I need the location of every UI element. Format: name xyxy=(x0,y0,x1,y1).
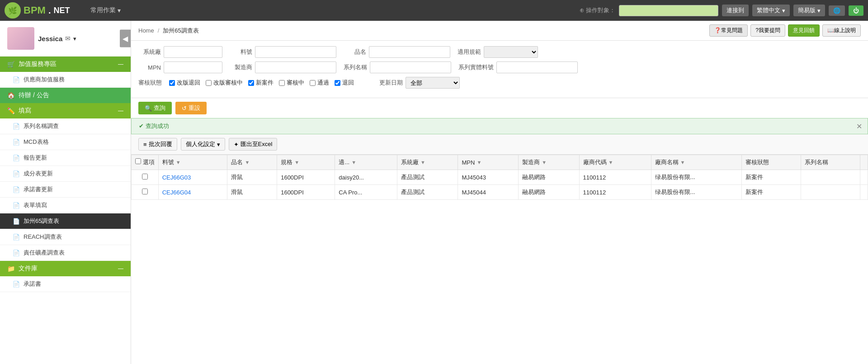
chevron-down-icon: ▾ xyxy=(817,7,821,14)
select-applicable-spec[interactable] xyxy=(484,46,538,58)
sidebar-item-series-survey[interactable]: 📄 系列名稱調查 xyxy=(0,118,131,134)
language-btn[interactable]: 繁體中文 ▾ xyxy=(752,5,790,16)
operator-input[interactable] xyxy=(619,5,718,16)
filter-icon-vendor-code[interactable]: ▼ xyxy=(609,160,613,165)
fold-icon-fill: — xyxy=(118,108,123,114)
row-2-review-status: 新案件 xyxy=(742,185,801,200)
reset-btn[interactable]: ↺ 重設 xyxy=(175,102,207,114)
label-series-name: 系列名稱 xyxy=(344,63,367,71)
ask-question-btn[interactable]: ?我要提問 xyxy=(750,24,785,37)
sidebar-item-reach[interactable]: 📄 REACH調查表 xyxy=(0,229,131,245)
cb-returned[interactable]: 退回 xyxy=(335,79,354,87)
sidebar-item-report-update[interactable]: 📄 報告更新 xyxy=(0,150,131,166)
filter-icon-part-number[interactable]: ▼ xyxy=(176,160,181,165)
filter-icon-mpn[interactable]: ▼ xyxy=(476,160,481,165)
input-manufacturer[interactable] xyxy=(255,61,336,73)
label-review-status: 審核狀態 xyxy=(138,79,162,87)
doc-icon: 📄 xyxy=(13,250,20,256)
online-help-btn[interactable]: 📖線上說明 xyxy=(822,24,861,37)
globe-btn[interactable]: 🌐 xyxy=(829,5,845,16)
label-update-date: 更新日期 xyxy=(379,79,403,87)
sidebar-section-premium[interactable]: 🛒 加值服務專區 — xyxy=(0,57,131,72)
cb-new-case[interactable]: 新案件 xyxy=(248,79,274,87)
row-2-vendor-name: 绿易股份有限... xyxy=(651,185,742,200)
faq-btn[interactable]: ❓常見問題 xyxy=(709,24,748,37)
doc-icon: 📄 xyxy=(13,123,20,130)
filter-icon-spec[interactable]: ▼ xyxy=(294,160,299,165)
nav-menu-regular-ops[interactable]: 常用作業 ▾ xyxy=(90,6,121,14)
link-cej66g03[interactable]: CEJ66G03 xyxy=(162,174,191,181)
connect-btn[interactable]: 連接到 xyxy=(722,5,749,16)
table-toolbar: ≡ 批次回覆 個人化設定 ▾ ✦ 匯出至Excel xyxy=(131,134,868,155)
checkbox-passed[interactable] xyxy=(310,80,316,86)
email-icon[interactable]: ✉ xyxy=(65,35,71,42)
select-all-checkbox[interactable] xyxy=(135,158,141,164)
sidebar-item-commitment[interactable]: 📄 承諾書 xyxy=(0,276,131,292)
filter-icon-product-name[interactable]: ▼ xyxy=(245,160,250,165)
sidebar-item-ingredient-update[interactable]: 📄 成分表更新 xyxy=(0,166,131,182)
top-navbar: 🌿 BPM . NET 常用作業 ▾ ⊕ 操作對象： 連接到 繁體中文 ▾ 簡易… xyxy=(0,0,868,21)
field-part-number: 料號 xyxy=(230,46,336,58)
filter-icon-manufacturer[interactable]: ▼ xyxy=(542,160,547,165)
filter-icon-applicable[interactable]: ▼ xyxy=(351,160,356,165)
success-close-btn[interactable]: ✕ xyxy=(856,122,862,131)
cb-reviewing[interactable]: 審核中 xyxy=(279,79,304,87)
logout-btn[interactable]: ⏻ xyxy=(849,5,863,16)
home-icon: 🏠 xyxy=(7,92,15,99)
field-series-part: 系列實體料號 xyxy=(458,61,578,73)
input-mpn[interactable] xyxy=(164,61,222,73)
row-2-mpn: MJ45044 xyxy=(458,185,519,200)
sidebar-section-docs[interactable]: 📁 文件庫 — xyxy=(0,261,131,276)
cb-revision-return[interactable]: 改版退回 xyxy=(169,79,200,87)
globe-icon: 🌐 xyxy=(833,7,840,14)
sidebar-section-fill[interactable]: ✏️ 填寫 — xyxy=(0,103,131,118)
sidebar-item-commitment-update[interactable]: 📄 承諾書更新 xyxy=(0,182,131,198)
input-series-name[interactable] xyxy=(370,61,451,73)
sidebar-section-todo[interactable]: 🏠 待辦 / 公告 xyxy=(0,88,131,103)
checkbox-new-case[interactable] xyxy=(248,80,254,86)
input-vendor[interactable] xyxy=(164,46,222,58)
cb-revision-review[interactable]: 改版審核中 xyxy=(206,79,243,87)
row-2-checkbox[interactable] xyxy=(142,189,148,194)
checkbox-returned[interactable] xyxy=(335,80,340,86)
input-part-number[interactable] xyxy=(255,46,336,58)
logout-icon: ⏻ xyxy=(853,7,859,14)
input-product-name[interactable] xyxy=(369,46,450,58)
search-btn[interactable]: 🔍 查詢 xyxy=(138,102,172,114)
export-excel-btn[interactable]: ✦ 匯出至Excel xyxy=(229,138,278,151)
row-1-mpn: MJ45043 xyxy=(458,170,519,185)
row-2-vendor: 產品測試 xyxy=(397,185,458,200)
sidebar-item-minerals[interactable]: 📄 責任礦產調查表 xyxy=(0,245,131,261)
checkbox-revision-return[interactable] xyxy=(169,80,175,86)
link-cej66g04[interactable]: CEJ66G04 xyxy=(162,189,191,196)
sidebar-back-btn[interactable]: ◀ xyxy=(120,30,131,47)
doc-icon: 📄 xyxy=(13,186,20,193)
username: Jessica xyxy=(38,35,62,43)
filter-icon-vendor[interactable]: ▼ xyxy=(420,160,425,165)
user-dropdown-icon[interactable]: ▾ xyxy=(73,35,76,42)
batch-reply-btn[interactable]: ≡ 批次回覆 xyxy=(138,138,177,151)
th-scrollbar xyxy=(860,155,868,170)
personalize-btn[interactable]: 個人化設定 ▾ xyxy=(181,138,225,151)
sidebar-item-vendor-service[interactable]: 📄 供應商加值服務 xyxy=(0,72,131,88)
feedback-btn[interactable]: 意見回饋 xyxy=(788,24,820,37)
filter-icon-vendor-name[interactable]: ▼ xyxy=(680,160,685,165)
chevron-down-icon: ▾ xyxy=(217,141,220,148)
input-series-part[interactable] xyxy=(496,61,578,73)
label-product-name: 品名 xyxy=(344,48,366,56)
sidebar-item-form-fill[interactable]: 📄 表單填寫 xyxy=(0,198,131,213)
cb-passed[interactable]: 通過 xyxy=(310,79,329,87)
breadcrumb-home[interactable]: Home xyxy=(138,27,154,34)
row-checkbox-1 xyxy=(132,170,159,185)
select-update-date[interactable]: 全部 xyxy=(406,77,460,89)
th-part-number: 料號 ▼ xyxy=(158,155,227,170)
row-1-checkbox[interactable] xyxy=(142,174,148,180)
form-row-2: MPN 製造商 系列名稱 系列實體料號 xyxy=(138,61,861,73)
label-mpn: MPN xyxy=(138,64,161,71)
checkbox-revision-review[interactable] xyxy=(206,80,212,86)
chevron-down-icon: ▾ xyxy=(782,7,785,14)
sidebar-item-ca65[interactable]: 📄 加州65調查表 xyxy=(0,213,131,229)
simple-mode-btn[interactable]: 簡易版 ▾ xyxy=(793,5,825,16)
sidebar-item-mcd[interactable]: 📄 MCD表格 xyxy=(0,134,131,150)
checkbox-reviewing[interactable] xyxy=(279,80,285,86)
